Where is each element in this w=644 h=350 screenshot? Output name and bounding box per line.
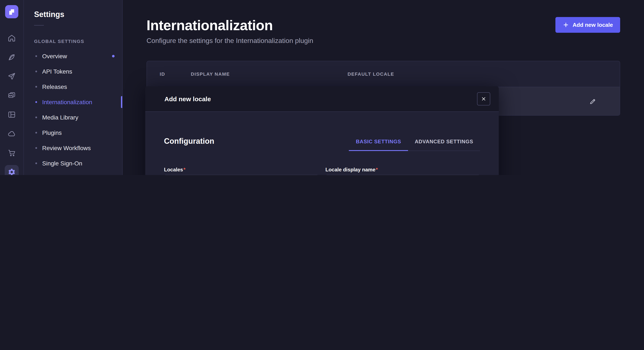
sidebar-item-label: Plugins (42, 129, 62, 136)
sidebar-item-review-workflows[interactable]: Review Workflows (24, 140, 122, 156)
app-root: KD Settings GLOBAL SETTINGS Overview API… (0, 0, 644, 175)
column-header-display-name: DISPLAY NAME (191, 71, 348, 77)
media-library-icon[interactable] (5, 88, 19, 103)
rail-nav-icons (5, 31, 19, 175)
sidebar-item-releases[interactable]: Releases (24, 79, 122, 94)
modal-tabs: BASIC SETTINGS ADVANCED SETTINGS (349, 139, 480, 151)
configuration-title: Configuration (164, 137, 214, 146)
locales-label: Locales* (164, 167, 318, 173)
strapi-logo-icon (8, 8, 15, 15)
add-locale-modal: Add new locale Configuration BASIC SETTI… (145, 86, 499, 175)
notification-dot (112, 55, 114, 57)
content-manager-icon[interactable] (5, 50, 19, 64)
required-asterisk: * (376, 167, 378, 173)
column-header-id: ID (160, 71, 191, 77)
sidebar-item-label: Single Sign-On (42, 160, 82, 167)
cloud-icon[interactable] (5, 127, 19, 141)
page-header-text: Internationalization Configure the setti… (146, 17, 313, 45)
sidebar-item-media-library[interactable]: Media Library (24, 110, 122, 125)
sidebar-title: Settings (34, 10, 122, 19)
releases-icon[interactable] (5, 69, 19, 83)
required-asterisk: * (183, 167, 185, 173)
bullet-icon (35, 117, 37, 118)
locales-label-text: Locales (164, 167, 183, 173)
close-icon[interactable] (477, 92, 490, 105)
add-new-locale-button[interactable]: Add new locale (556, 17, 620, 33)
sidebar-item-overview[interactable]: Overview (24, 48, 122, 64)
sidebar-item-transfer-tokens[interactable]: Transfer Tokens (24, 171, 122, 175)
main-nav-rail: KD (0, 0, 24, 175)
tab-advanced-settings[interactable]: ADVANCED SETTINGS (408, 139, 480, 151)
modal-fields: Locales* French (fr) Locale display name… (164, 167, 480, 175)
home-icon[interactable] (5, 31, 19, 45)
locales-select[interactable]: French (fr) (164, 175, 318, 175)
page-header: Internationalization Configure the setti… (146, 17, 620, 45)
bullet-icon (35, 71, 37, 72)
tab-basic-settings[interactable]: BASIC SETTINGS (349, 139, 408, 151)
bullet-icon (35, 147, 37, 149)
sidebar-item-label: Internationalization (42, 99, 92, 105)
sidebar-item-label: Releases (42, 83, 67, 90)
display-name-label: Locale display name* (326, 167, 480, 173)
sidebar-item-single-sign-on[interactable]: Single Sign-On (24, 156, 122, 171)
edit-pencil-icon[interactable] (586, 94, 599, 108)
bullet-icon (35, 101, 37, 103)
display-name-label-text: Locale display name (326, 167, 376, 173)
sidebar-item-label: API Tokens (42, 68, 72, 75)
bullet-icon (35, 132, 37, 134)
display-name-field-group: Locale display name* Locale will be disp… (326, 167, 480, 175)
modal-header: Add new locale (145, 86, 499, 112)
sidebar-item-api-tokens[interactable]: API Tokens (24, 64, 122, 79)
bullet-icon (35, 86, 37, 88)
strapi-logo[interactable] (5, 5, 18, 18)
modal-config-row: Configuration BASIC SETTINGS ADVANCED SE… (164, 137, 480, 151)
sidebar-title-divider (34, 25, 44, 25)
column-header-default-locale: DEFAULT LOCALE (348, 71, 607, 77)
sidebar-item-label: Overview (42, 53, 67, 59)
bullet-icon (35, 163, 37, 164)
sidebar-item-internationalization[interactable]: Internationalization (24, 94, 122, 110)
marketplace-icon[interactable] (5, 146, 19, 160)
settings-sidebar: Settings GLOBAL SETTINGS Overview API To… (24, 0, 123, 175)
row-actions (586, 94, 607, 108)
page-title: Internationalization (146, 17, 313, 34)
section-label-global-settings: GLOBAL SETTINGS (34, 39, 122, 44)
add-new-locale-label: Add new locale (573, 22, 613, 28)
modal-body: Configuration BASIC SETTINGS ADVANCED SE… (145, 112, 499, 175)
sidebar-item-plugins[interactable]: Plugins (24, 125, 122, 140)
sidebar-item-label: Media Library (42, 114, 78, 121)
settings-icon[interactable] (5, 165, 19, 175)
locales-field-group: Locales* French (fr) (164, 167, 318, 175)
page-subtitle: Configure the settings for the Internati… (146, 37, 313, 45)
modal-title: Add new locale (164, 95, 211, 103)
content-type-builder-icon[interactable] (5, 108, 19, 122)
active-item-indicator (121, 96, 122, 108)
table-header-row: ID DISPLAY NAME DEFAULT LOCALE (147, 61, 620, 87)
display-name-input[interactable] (326, 175, 480, 175)
plus-icon (563, 22, 569, 28)
bullet-icon (35, 55, 37, 57)
sidebar-item-label: Review Workflows (42, 145, 91, 151)
